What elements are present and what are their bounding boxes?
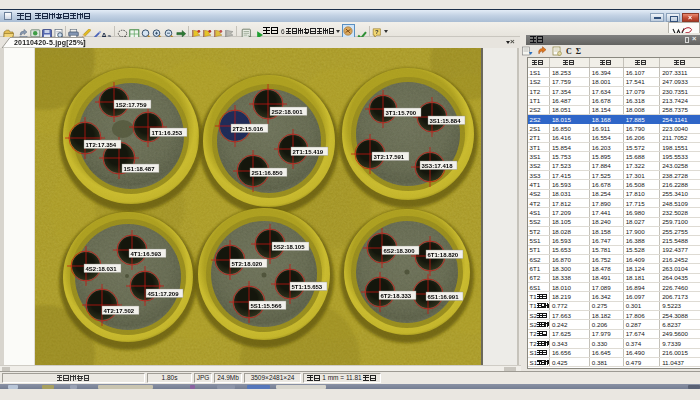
- svg-text:?: ?: [375, 29, 379, 35]
